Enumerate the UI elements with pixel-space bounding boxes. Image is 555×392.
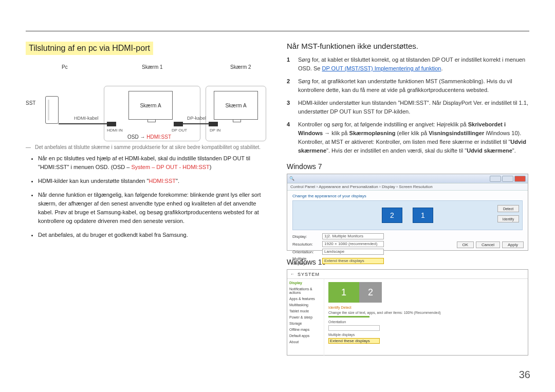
step-1: 1 Sørg for, at kablet er tilsluttet korr…: [287, 55, 529, 73]
osd-caption: OSD → HDMI:SST: [127, 134, 171, 140]
label-pc: Pc: [62, 64, 68, 70]
win7-preview: 21 Detect Identify: [292, 200, 523, 230]
win7-apply-button[interactable]: Apply: [502, 241, 524, 248]
win7-ok-button[interactable]: OK: [457, 241, 474, 248]
label-sst: SST: [26, 100, 35, 106]
win7-cancel-button[interactable]: Cancel: [476, 241, 500, 248]
bullet-4: Det anbefales, at du bruger et godkendt …: [38, 231, 268, 239]
dp-out-link[interactable]: DP OUT (MST/SST) Implementering af funkt…: [322, 65, 441, 71]
label-hdmi-in: HDMI IN: [107, 128, 123, 133]
label-screen1: Skærm 1: [142, 64, 163, 70]
port-hdmi-in: [107, 122, 116, 126]
port-dp-in: [209, 122, 218, 126]
win10-identify-detect[interactable]: Identify Detect: [328, 306, 524, 309]
label-dp-cable: DP-kabel: [187, 116, 206, 121]
win7-screenshot: 🔍 Control Panel › Appearance and Persona…: [287, 174, 528, 251]
step-4: 4 Kontroller og sørg for, at følgende in…: [287, 120, 529, 155]
step-3: 3HDMI-kilder understøtter kun tilstanden…: [287, 99, 529, 116]
label-dp-in: DP IN: [210, 128, 220, 133]
page-number: 36: [519, 369, 530, 381]
label-screen2: Skærm 2: [230, 64, 251, 70]
heading-win7: Windows 7: [287, 162, 529, 171]
win10-preview: 12: [328, 282, 524, 303]
win7-breadcrumb: Control Panel › Appearance and Personali…: [287, 183, 528, 191]
bullet-2: HDMI-kilder kan kun understøtte tilstand…: [38, 177, 268, 185]
pc-icon: [45, 96, 59, 124]
win10-screenshot: ←SYSTEM Display Notifications & actions …: [287, 269, 528, 356]
win7-multiple-select[interactable]: Extend these displays: [322, 258, 384, 264]
win7-detect-button[interactable]: Detect: [497, 205, 519, 212]
step-2: 2Sørg for, at grafikkortet kan understøt…: [287, 77, 529, 95]
monitor-2-icon: Skærm A: [214, 91, 258, 120]
label-dp-out: DP OUT: [172, 128, 187, 133]
compat-note: ―Det anbefales at tilslutte skærme i sam…: [26, 144, 268, 150]
section-title-right: Når MST-funktionen ikke understøttes.: [287, 42, 529, 50]
win10-orientation-select[interactable]: [328, 325, 380, 331]
win7-identify-button[interactable]: Identify: [497, 215, 519, 222]
label-hdmi-cable: HDMI-kabel: [74, 116, 99, 121]
bullet-1: Når en pc tilsluttes ved hjælp af et HDM…: [38, 154, 268, 172]
port-dp-out: [174, 122, 183, 126]
win10-sidebar: Display Notifications & actions Apps & f…: [287, 279, 324, 356]
monitor-1-icon: Skærm A: [128, 91, 173, 120]
section-title-left: Tilslutning af en pc via HDMI-port: [26, 42, 153, 55]
bullet-3: Når denne funktion er tilgængelig, kan f…: [38, 191, 268, 226]
win7-heading: Change the appearance of your displays: [292, 194, 523, 198]
win10-multiple-select[interactable]: Extend these displays: [328, 338, 380, 344]
connection-diagram: Pc Skærm 1 Skærm 2 SST Skærm A Skærm A H…: [26, 64, 268, 141]
